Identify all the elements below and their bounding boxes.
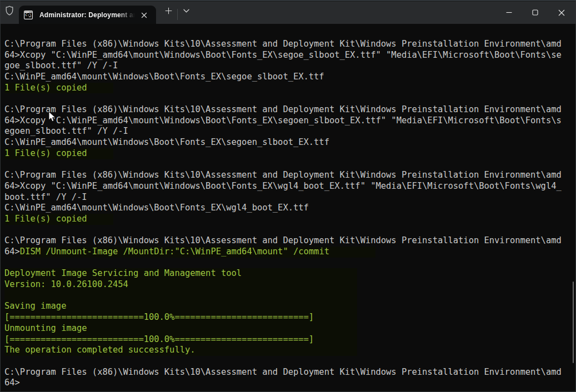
tab-deployment-tools[interactable]: C:\ Administrator: Deployment and Imagin… — [19, 6, 156, 24]
terminal-line: 64>Xcopy "C:\WinPE_amd64\mount\Windows\B… — [4, 50, 575, 61]
caption-buttons — [496, 1, 574, 24]
minimize-icon — [506, 9, 512, 16]
terminal-content[interactable]: C:\Program Files (x86)\Windows Kits\10\A… — [1, 24, 575, 391]
terminal-line — [4, 93, 575, 104]
terminal-line: 1 File(s) copied — [4, 83, 575, 94]
terminal-line — [4, 159, 575, 170]
tab-close-icon[interactable] — [137, 9, 151, 21]
maximize-button[interactable] — [522, 1, 548, 24]
terminal-line: egoen_slboot.ttf" /Y /-I — [4, 126, 575, 137]
terminal-line: C:\WinPE_amd64\mount\Windows\Boot\Fonts_… — [4, 72, 575, 83]
admin-shield-icon — [6, 6, 13, 16]
terminal-line: 1 File(s) copied — [4, 214, 575, 225]
terminal-line: boot.ttf" /Y /-I — [4, 192, 575, 203]
terminal-line — [4, 258, 575, 269]
terminal-line — [4, 28, 575, 39]
terminal-lines: C:\Program Files (x86)\Windows Kits\10\A… — [4, 28, 575, 389]
terminal-line: C:\WinPE_amd64\mount\Windows\Boot\Fonts_… — [4, 137, 575, 148]
terminal-line — [4, 356, 575, 367]
terminal-line: goe_slboot.ttf" /Y /-I — [4, 61, 575, 72]
close-button[interactable] — [548, 1, 574, 24]
terminal-line: C:\Program Files (x86)\Windows Kits\10\A… — [4, 170, 575, 181]
terminal-line: 64>Xcopy "C:\WinPE_amd64\mount\Windows\B… — [4, 181, 575, 192]
terminal-line: C:\Program Files (x86)\Windows Kits\10\A… — [4, 104, 575, 115]
terminal-line: Deployment Image Servicing and Managemen… — [4, 268, 575, 279]
plus-icon — [165, 7, 172, 14]
terminal-line: 64>Xcopy "C:\WinPE_amd64\mount\Windows\B… — [4, 115, 575, 127]
new-tab-button[interactable] — [161, 4, 176, 17]
cmd-prompt-icon: C:\ — [24, 11, 33, 19]
scrollbar-thumb[interactable] — [573, 282, 574, 363]
terminal-line: Saving image — [4, 301, 575, 312]
terminal-line — [4, 290, 575, 301]
terminal-line: Version: 10.0.26100.2454 — [4, 279, 575, 290]
terminal-line: [==========================100.0%=======… — [4, 334, 575, 345]
terminal-line: C:\WinPE_amd64\mount\Windows\Boot\Fonts_… — [4, 203, 575, 214]
titlebar-separator — [177, 9, 178, 20]
tab-title: Administrator: Deployment and Imaging To… — [39, 6, 135, 24]
terminal-line: C:\Program Files (x86)\Windows Kits\10\A… — [4, 39, 575, 50]
terminal-line: 1 File(s) copied — [4, 148, 575, 159]
minimize-button[interactable] — [496, 1, 522, 24]
close-icon — [558, 9, 565, 16]
terminal-line — [4, 225, 575, 236]
terminal-line: [==========================100.0%=======… — [4, 312, 575, 323]
tab-dropdown-button[interactable] — [178, 4, 194, 17]
chevron-down-icon — [183, 9, 189, 13]
maximize-icon — [532, 9, 538, 16]
terminal-line: C:\Program Files (x86)\Windows Kits\10\A… — [4, 367, 575, 378]
terminal-line: 64> — [4, 378, 575, 389]
highlight-band — [4, 290, 357, 301]
terminal-line: Unmounting image — [4, 323, 575, 334]
terminal-line: The operation completed successfully. — [4, 345, 575, 356]
terminal-line: C:\Program Files (x86)\Windows Kits\10\A… — [4, 235, 575, 247]
titlebar: C:\ Administrator: Deployment and Imagin… — [1, 1, 575, 24]
terminal-window: C:\ Administrator: Deployment and Imagin… — [0, 0, 576, 392]
terminal-line: 64>DISM /Unmount-Image /MountDir:"C:\Win… — [4, 247, 575, 258]
